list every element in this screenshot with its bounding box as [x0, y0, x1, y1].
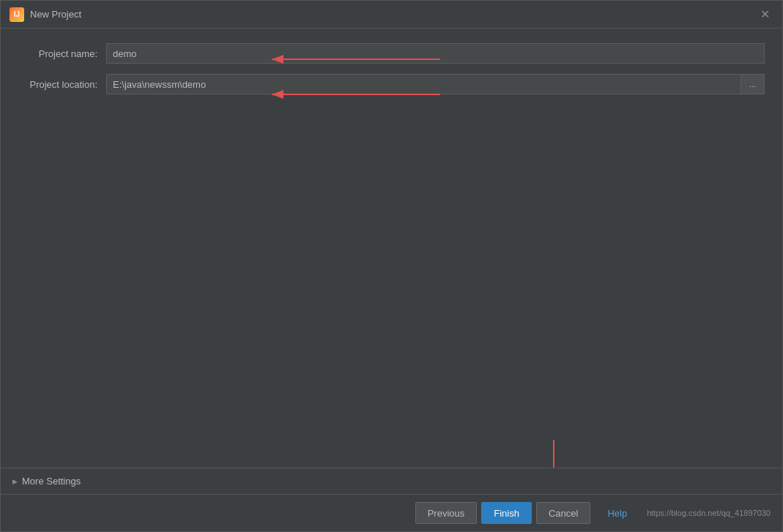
title-bar: IJ New Project ✕ — [1, 1, 782, 29]
browse-button[interactable]: ... — [741, 74, 765, 94]
help-button[interactable]: Help — [595, 502, 639, 524]
dialog-title: New Project — [30, 9, 81, 20]
new-project-dialog: IJ New Project ✕ Project name: — [0, 0, 783, 532]
project-name-row: Project name: 1 项目名称 — [18, 43, 765, 64]
button-row: Previous Finish Cancel Help https://blog… — [1, 494, 782, 531]
project-location-label: Project location: — [18, 79, 106, 90]
url-text: https://blog.csdn.net/qq_41897030 — [647, 509, 771, 517]
more-settings-label: More Settings — [22, 476, 81, 487]
bottom-section: ▶ More Settings Previous Finish Cancel H… — [1, 468, 782, 531]
previous-button[interactable]: Previous — [415, 502, 478, 524]
project-location-row: Project location: ... 2 存储路径 — [18, 74, 765, 94]
finish-button[interactable]: Finish — [481, 502, 532, 524]
cancel-button[interactable]: Cancel — [536, 502, 590, 524]
project-name-input[interactable] — [106, 43, 765, 64]
project-name-label: Project name: — [18, 48, 106, 59]
app-icon: IJ — [10, 7, 24, 22]
dialog-content: Project name: 1 项目名称 Project location: .… — [1, 29, 782, 468]
title-bar-left: IJ New Project — [10, 7, 81, 22]
close-button[interactable]: ✕ — [756, 6, 773, 23]
project-location-input[interactable] — [106, 74, 741, 94]
chevron-right-icon: ▶ — [12, 478, 18, 485]
more-settings-row[interactable]: ▶ More Settings — [1, 468, 782, 494]
